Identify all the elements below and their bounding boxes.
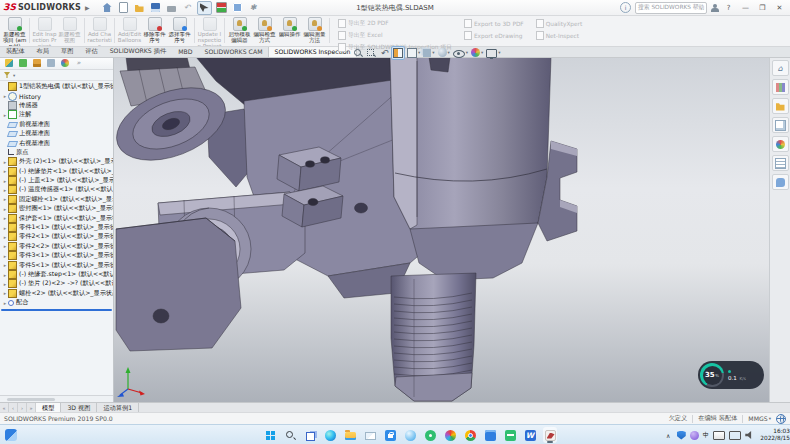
design-library-icon[interactable]: [772, 79, 789, 95]
volume-icon[interactable]: [745, 431, 754, 440]
hide-show-items-icon[interactable]: ▾: [452, 47, 469, 59]
tree-item[interactable]: ▸注解: [0, 110, 113, 119]
ribbon-button[interactable]: 编辑检查方式: [252, 15, 277, 46]
tree-item[interactable]: 右视基准面: [0, 138, 113, 147]
store-icon[interactable]: [383, 427, 397, 443]
file-explorer-icon[interactable]: [343, 427, 357, 443]
remote-desktop-icon[interactable]: [483, 427, 497, 443]
print-icon[interactable]: [165, 2, 178, 14]
chevron-up-icon[interactable]: ∧: [664, 431, 673, 440]
home-icon[interactable]: [101, 2, 114, 14]
ime-indicator[interactable]: 中: [703, 431, 710, 440]
tree-item[interactable]: ▸密封圈<1> (默认<<默认>_显示状: [0, 204, 113, 213]
view-palette-icon[interactable]: [772, 117, 789, 133]
appearances-icon[interactable]: [772, 136, 789, 152]
unit-system[interactable]: MMGS: [748, 415, 767, 422]
dropdown-caret-icon[interactable]: ▾: [432, 50, 434, 55]
welcome-help-icon[interactable]: i: [620, 2, 631, 13]
undo-icon[interactable]: ↶: [181, 2, 194, 14]
app-blue-icon[interactable]: [403, 427, 417, 443]
tree-item[interactable]: ▸保护套<1> (默认<<默认>_显示状: [0, 213, 113, 222]
tree-item[interactable]: ▸螺栓<2> (默认<<默认>_显示状态: [0, 289, 113, 298]
unit-caret-icon[interactable]: ▾: [769, 416, 771, 421]
custom-properties-icon[interactable]: [772, 155, 789, 171]
chrome-icon[interactable]: [463, 427, 477, 443]
search-input[interactable]: 搜索 SOLIDWORKS 帮助 ▾: [635, 2, 707, 14]
globe-icon[interactable]: [776, 414, 786, 424]
apply-scene-icon[interactable]: ▾: [485, 47, 501, 59]
dimxpert-tab-icon[interactable]: [45, 58, 56, 68]
ribbon-button[interactable]: 选择零件序号: [167, 15, 192, 46]
tree-item[interactable]: ▸零件2<2> (默认<<默认>_显示状: [0, 242, 113, 251]
tree-item[interactable]: 1型铠装热电偶 (默认<默认_显示状态-1: [0, 82, 113, 91]
ribbon-button[interactable]: 编辑测量方法: [302, 15, 327, 46]
search-icon[interactable]: [283, 427, 297, 443]
tree-item[interactable]: ▸(-) 绝缘垫片<1> (默认<<默认>_显: [0, 167, 113, 176]
solidworks-icon[interactable]: [543, 427, 557, 443]
app-green-icon[interactable]: [423, 427, 437, 443]
annotation-view-icon[interactable]: ▾: [406, 47, 421, 59]
tree-item[interactable]: ▸(-) 温度传感器<1> (默认<<默认>_: [0, 185, 113, 194]
forum-icon[interactable]: [772, 174, 789, 190]
open-icon[interactable]: [133, 2, 146, 14]
rollback-bar[interactable]: [1, 309, 112, 311]
select-cursor-icon[interactable]: [197, 1, 212, 15]
shield-icon[interactable]: [677, 431, 686, 440]
menu-expand-arrow-icon[interactable]: ▶: [85, 4, 90, 11]
file-explorer-icon[interactable]: [772, 98, 789, 114]
new-document-icon[interactable]: [117, 2, 130, 14]
tree-filter-row[interactable]: ▾: [0, 70, 113, 81]
filter-funnel-icon[interactable]: [4, 72, 10, 78]
close-button[interactable]: ✕: [773, 2, 786, 14]
tree-item[interactable]: ▸零件2<1> (默认<<默认>_显示状: [0, 232, 113, 241]
search-icon[interactable]: [706, 4, 707, 11]
tree-item[interactable]: ▸外壳 (2)<1> (默认<<默认>_显示状: [0, 157, 113, 166]
propertymanager-tab-icon[interactable]: [17, 58, 28, 68]
expand-tabs-icon[interactable]: »: [73, 58, 84, 68]
zoom-area-icon[interactable]: [365, 47, 377, 59]
ribbon-button[interactable]: 编辑操作: [277, 15, 302, 46]
rebuild-icon[interactable]: [215, 2, 228, 14]
configurationmanager-tab-icon[interactable]: [31, 58, 42, 68]
scrollbar-thumb[interactable]: [7, 398, 55, 401]
keyboard-icon[interactable]: [713, 431, 725, 440]
wps-icon[interactable]: [503, 427, 517, 443]
ribbon-button[interactable]: 移除零件序号: [142, 15, 167, 46]
filter-caret-icon[interactable]: ▾: [13, 73, 15, 78]
dropdown-caret-icon[interactable]: ▾: [481, 50, 483, 55]
tree-item[interactable]: ▸(-) 上盖<1> (默认<<默认>_显示状: [0, 176, 113, 185]
display-settings-icon[interactable]: [231, 2, 244, 14]
tree-item[interactable]: 传感器: [0, 101, 113, 110]
tree-item[interactable]: 前视基准面: [0, 120, 113, 129]
tree-item[interactable]: 原点: [0, 148, 113, 157]
graphics-viewport[interactable]: 35 % 0.1 K/s: [114, 57, 769, 402]
minimize-button[interactable]: —: [739, 2, 752, 14]
view-orientation-icon[interactable]: ▾: [422, 47, 435, 59]
login-user-icon[interactable]: [711, 4, 718, 12]
ribbon-button[interactable]: 启动模板编辑器: [227, 15, 252, 46]
task-view-icon[interactable]: [303, 427, 317, 443]
panel-horizontal-scrollbar[interactable]: [0, 395, 113, 402]
taskbar-clock[interactable]: 16:03 2022/8/15: [760, 428, 790, 442]
previous-view-icon[interactable]: ↶: [378, 47, 390, 59]
app-logo[interactable]: ЗS SOLIDWORKS ▶: [0, 3, 93, 12]
tree-item[interactable]: ▸(-) 垫片 (2)<2> ->? (默认<<默认: [0, 279, 113, 288]
dropdown-caret-icon[interactable]: ▾: [466, 50, 468, 55]
zoom-fit-icon[interactable]: [352, 47, 364, 59]
dropdown-caret-icon[interactable]: ▾: [498, 50, 500, 55]
tree-item[interactable]: ▸零件5<1> (默认<<默认>_显示状: [0, 260, 113, 269]
tree-item[interactable]: ▸History: [0, 91, 113, 100]
restore-button[interactable]: ❐: [756, 2, 769, 14]
zoom-indicator[interactable]: 35 % 0.1 K/s: [698, 361, 764, 389]
app-colorwheel-icon[interactable]: [443, 427, 457, 443]
ribbon-button[interactable]: 新建检查项目 (amp;H): [2, 15, 27, 46]
displaymanager-tab-icon[interactable]: [59, 58, 70, 68]
tree-item[interactable]: ▸零件3<1> (默认<<默认>_显示状: [0, 251, 113, 260]
cast-icon[interactable]: [729, 431, 741, 440]
display-style-icon[interactable]: ▾: [437, 47, 451, 59]
save-icon[interactable]: [149, 2, 162, 14]
help-button[interactable]: ?: [722, 2, 735, 14]
section-view-icon[interactable]: [391, 46, 405, 60]
edit-appearance-icon[interactable]: ▾: [470, 47, 484, 59]
dropdown-caret-icon[interactable]: ▾: [418, 50, 420, 55]
